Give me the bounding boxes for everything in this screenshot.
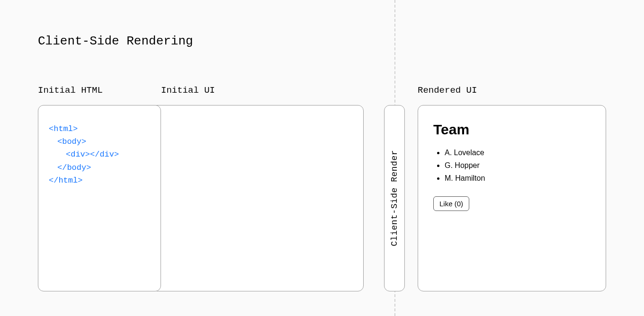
csr-label: Client-Side Render (390, 150, 399, 246)
code-line: <html> (49, 124, 78, 133)
panel-initial-html: <html> <body> <div></div> </body> </html… (38, 105, 161, 291)
diagram-title: Client-Side Rendering (38, 34, 193, 48)
code-line: </html> (49, 176, 82, 185)
code-line: <div></div> (49, 148, 150, 161)
panel-client-side-render: Client-Side Render (384, 105, 405, 291)
like-button[interactable]: Like (0) (433, 196, 469, 211)
team-list: A. Lovelace G. Hopper M. Hamilton (433, 146, 590, 185)
code-line: </body> (49, 161, 150, 174)
list-item: M. Hamilton (445, 172, 590, 184)
panel-rendered-ui: Team A. Lovelace G. Hopper M. Hamilton L… (418, 105, 606, 291)
panel-initial-ui (156, 105, 364, 291)
rendered-heading: Team (433, 122, 590, 138)
list-item: A. Lovelace (445, 146, 590, 159)
label-initial-html: Initial HTML (38, 85, 103, 96)
code-line: <body> (49, 135, 150, 148)
label-rendered-ui: Rendered UI (418, 85, 477, 96)
code-block: <html> <body> <div></div> </body> </html… (49, 123, 150, 187)
label-initial-ui: Initial UI (161, 85, 215, 96)
list-item: G. Hopper (445, 159, 590, 172)
